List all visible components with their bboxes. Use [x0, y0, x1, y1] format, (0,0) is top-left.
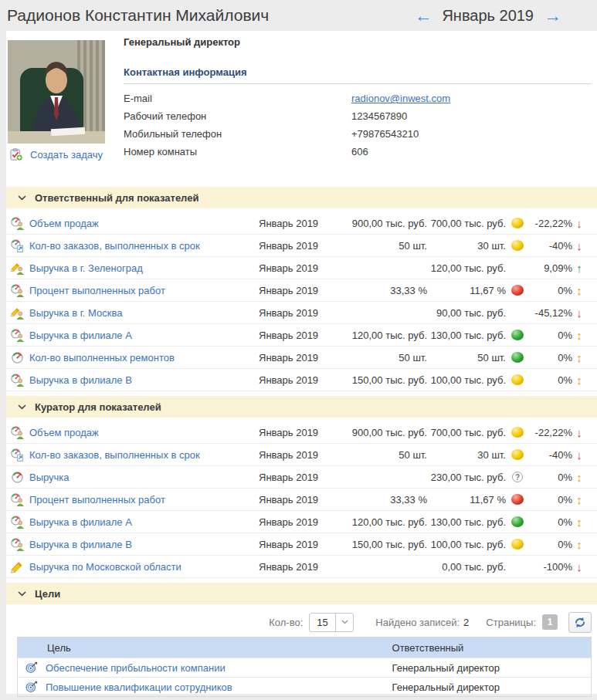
- kpi-percent: 0%: [529, 516, 572, 528]
- goals-table-header: Цель Ответственный: [18, 637, 591, 658]
- kpi-row: Объем продажЯнварь 2019900,00 тыс. руб.7…: [6, 421, 597, 444]
- goal-target-icon: [25, 681, 38, 693]
- create-task-button[interactable]: Создать задачу: [10, 148, 103, 161]
- kpi-name-link[interactable]: Объем продаж: [29, 427, 251, 438]
- kpi-period: Январь 2019: [251, 472, 321, 483]
- gauge-person-icon: [11, 217, 24, 230]
- kpi-name-link[interactable]: Выручка: [29, 472, 251, 483]
- records-found-label: Найдено записей:: [375, 617, 460, 628]
- status-indicator-yellow: [511, 374, 524, 385]
- contact-value: +79876543210: [351, 128, 419, 140]
- kpi-row: Процент выполненных работЯнварь 201933,3…: [6, 279, 597, 302]
- trend-updown-arrow-icon: ↕: [572, 472, 586, 483]
- chevron-down-icon: [18, 404, 26, 410]
- kpi-fact-value: 0,00 тыс. руб.: [427, 561, 506, 573]
- kpi-fact-value: 700,00 тыс. руб.: [427, 218, 506, 229]
- status-indicator-yellow: [511, 427, 524, 438]
- kpi-status-cell: [506, 218, 529, 228]
- kpi-name-link[interactable]: Объем продаж: [29, 218, 251, 229]
- contact-label: Мобильный телефон: [124, 128, 351, 140]
- section-title: Ответственный для показателей: [35, 192, 198, 204]
- goal-target-icon: [25, 661, 38, 674]
- gauge-person-icon: [11, 426, 24, 439]
- kpi-plan-value: 33,33 %: [321, 285, 427, 296]
- goal-owner: Генеральный директор: [392, 662, 591, 674]
- goal-name-link[interactable]: Обеспечение прибыльности компании: [46, 662, 392, 674]
- kpi-period: Январь 2019: [251, 427, 321, 438]
- portrait-image: [8, 40, 105, 144]
- status-indicator-yellow: [511, 218, 524, 228]
- goal-name-link[interactable]: Повышение квалификации сотрудников: [46, 681, 392, 693]
- kpi-name-link[interactable]: Выручка в г. Зеленоград: [29, 262, 251, 274]
- kpi-name-link[interactable]: Выручка в филиале В: [29, 374, 251, 386]
- profile-section: Генеральный директор Контактная информац…: [6, 31, 597, 187]
- kpi-name-link[interactable]: Выручка по Московской области: [29, 561, 251, 573]
- contact-value: 606: [351, 146, 368, 157]
- trend-down-arrow-icon: ↓: [572, 240, 586, 252]
- kpi-percent: 0%: [529, 539, 572, 550]
- kpi-name-link[interactable]: Процент выполненных работ: [29, 494, 251, 506]
- contact-row: Мобильный телефон+79876543210: [124, 125, 591, 143]
- section-header-curator[interactable]: Куратор для показателей: [6, 396, 597, 418]
- kpi-percent: -100%: [529, 561, 572, 573]
- kpi-row: Выручка в филиале ВЯнварь 2019150,00 тыс…: [6, 533, 597, 556]
- contact-label: Рабочий телефон: [124, 110, 351, 122]
- content-area: Генеральный директор Контактная информац…: [6, 31, 597, 694]
- kpi-plan-value: 150,00 тыс. руб.: [321, 539, 427, 550]
- trend-down-arrow-icon: ↓: [572, 561, 586, 573]
- page-size-label: Кол-во:: [269, 617, 303, 628]
- kpi-row: Выручка по Московской областиЯнварь 2019…: [6, 556, 597, 578]
- create-task-label[interactable]: Создать задачу: [30, 149, 103, 161]
- kpi-row: Выручка в филиале АЯнварь 2019120,00 тыс…: [6, 511, 597, 533]
- gauge-person-icon: [11, 516, 24, 529]
- contact-info-heading: Контактная информация: [124, 66, 591, 78]
- contact-row: Номер комнаты606: [124, 143, 591, 161]
- kpi-plan-value: 50 шт.: [321, 352, 427, 364]
- kpi-status-cell: [506, 374, 529, 385]
- kpi-fact-value: 120,00 тыс. руб.: [427, 262, 506, 274]
- kpi-plan-value: 120,00 тыс. руб.: [321, 516, 427, 528]
- column-header-goal: Цель: [18, 642, 392, 654]
- kpi-period: Январь 2019: [251, 449, 321, 461]
- page-size-value: 15: [310, 617, 335, 628]
- contact-value-link[interactable]: radionov@inwest.com: [351, 93, 450, 104]
- refresh-button[interactable]: [568, 612, 592, 633]
- page-size-select[interactable]: 15: [309, 613, 354, 632]
- select-dropdown-button[interactable]: [335, 614, 353, 631]
- kpi-percent: 0%: [529, 330, 572, 341]
- kpi-name-link[interactable]: Выручка в филиале А: [29, 330, 251, 341]
- kpi-period: Январь 2019: [251, 516, 321, 528]
- prev-month-arrow-icon[interactable]: ←: [414, 7, 432, 25]
- kpi-name-link[interactable]: Кол-во выполненных ремонтов: [29, 352, 251, 364]
- kpi-name-link[interactable]: Кол-во заказов, выполненных в срок: [29, 240, 251, 252]
- gauge-icon: [11, 351, 24, 364]
- next-month-arrow-icon[interactable]: →: [544, 7, 561, 25]
- kpi-status-cell: [506, 449, 529, 460]
- status-indicator-red: [511, 494, 524, 505]
- kpi-row: Кол-во заказов, выполненных в срокЯнварь…: [6, 444, 597, 466]
- kpi-name-link[interactable]: Выручка в г. Москва: [29, 307, 251, 319]
- gauge-person-icon: [11, 284, 24, 297]
- status-indicator-red: [511, 285, 524, 296]
- status-indicator-yellow: [511, 240, 524, 251]
- kpi-icon-cell: [11, 217, 29, 230]
- kpi-plan-value: 50 шт.: [321, 449, 427, 461]
- trend-down-arrow-icon: ↓: [572, 307, 586, 319]
- trend-updown-arrow-icon: ↕: [572, 285, 586, 296]
- kpi-name-link[interactable]: Выручка в филиале А: [29, 516, 251, 528]
- goals-section: Цели Кол-во: 15 Найдено записей: 2 Стран…: [6, 583, 597, 697]
- pencil-person-icon: [11, 306, 24, 320]
- kpi-row: Кол-во выполненных ремонтовЯнварь 201950…: [6, 347, 597, 369]
- kpi-name-link[interactable]: Кол-во заказов, выполненных в срок: [29, 449, 251, 461]
- kpi-period: Январь 2019: [251, 561, 321, 573]
- kpi-period: Январь 2019: [251, 307, 321, 319]
- kpi-icon-cell: [11, 374, 29, 387]
- kpi-status-cell: [506, 494, 529, 505]
- kpi-name-link[interactable]: Процент выполненных работ: [29, 285, 251, 296]
- section-header-responsible[interactable]: Ответственный для показателей: [6, 187, 597, 208]
- status-indicator-green: [511, 330, 524, 340]
- kpi-plan-value: 33,33 %: [321, 494, 427, 506]
- kpi-name-link[interactable]: Выручка в филиале В: [29, 539, 251, 550]
- section-header-goals[interactable]: Цели: [6, 583, 597, 604]
- page-button-1[interactable]: 1: [542, 614, 558, 630]
